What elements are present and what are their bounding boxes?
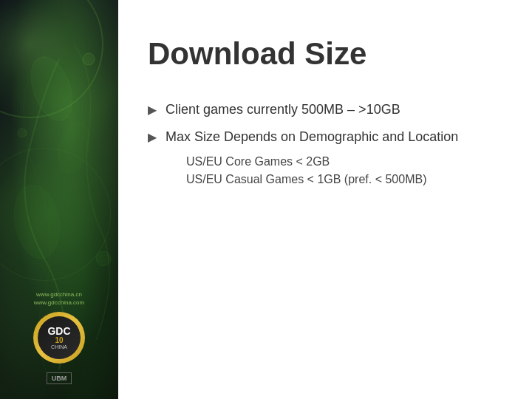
bullet-text-1: Client games currently 500MB – >10GB (166, 100, 502, 119)
slide-container: www.gdcchina.cn www.gdcchina.com GDC 10 … (0, 0, 532, 399)
sub-item-1: US/EU Core Games < 2GB (186, 153, 502, 171)
bullet-text-2: Max Size Depends on Demographic and Loca… (166, 128, 502, 188)
gdc-number: 10 (55, 336, 63, 344)
gdc-circle-inner: GDC 10 CHINA (38, 316, 81, 359)
gdc-subtitle-text: CHINA (51, 344, 67, 349)
bullet-arrow-1: ▶ (148, 102, 157, 118)
svg-point-0 (23, 51, 81, 126)
svg-point-2 (9, 182, 65, 262)
left-panel: www.gdcchina.cn www.gdcchina.com GDC 10 … (0, 0, 118, 399)
svg-point-3 (83, 53, 95, 65)
logo-area: www.gdcchina.cn www.gdcchina.com GDC 10 … (0, 291, 118, 384)
main-content: Download Size ▶ Client games currently 5… (118, 0, 532, 399)
slide-title: Download Size (148, 37, 502, 71)
gdc-logo: GDC 10 CHINA (33, 312, 85, 364)
website-links: www.gdcchina.cn www.gdcchina.com (34, 291, 84, 306)
bullet-text-2-main: Max Size Depends on Demographic and Loca… (166, 129, 458, 144)
svg-point-1 (53, 119, 95, 177)
website-link-2: www.gdcchina.com (34, 299, 84, 306)
sub-item-2: US/EU Casual Games < 1GB (pref. < 500MB) (186, 171, 502, 188)
svg-point-4 (18, 129, 27, 137)
bullet-item-1: ▶ Client games currently 500MB – >10GB (148, 100, 502, 119)
gdc-text: GDC (47, 326, 70, 336)
bullet-list: ▶ Client games currently 500MB – >10GB ▶… (148, 100, 502, 188)
bullet-item-2: ▶ Max Size Depends on Demographic and Lo… (148, 128, 502, 188)
bullet-arrow-2: ▶ (148, 129, 157, 146)
website-link-1: www.gdcchina.cn (36, 291, 82, 298)
svg-point-5 (96, 251, 111, 266)
sub-list: US/EU Core Games < 2GB US/EU Casual Game… (186, 153, 502, 188)
gdc-circle: GDC 10 CHINA (33, 312, 85, 364)
ubm-logo: UBM (47, 372, 72, 384)
